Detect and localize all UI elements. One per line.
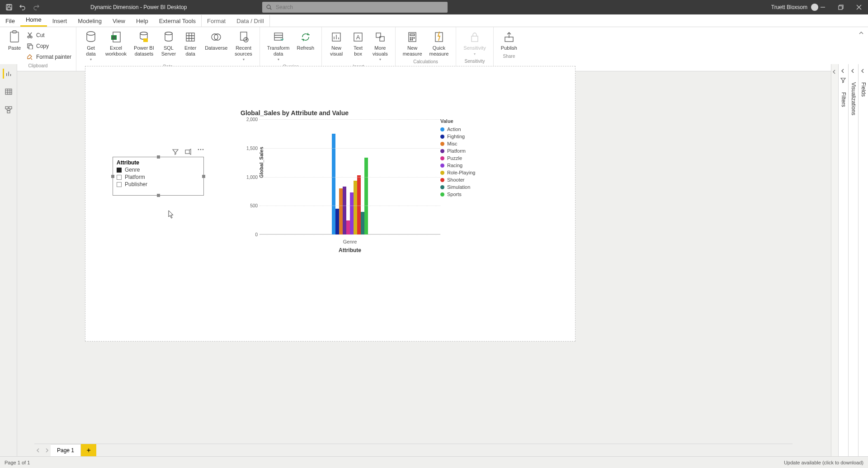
view-switcher (0, 64, 17, 71)
save-icon[interactable] (5, 4, 13, 11)
new-visual-button[interactable]: New visual (326, 29, 346, 57)
paste-icon (7, 30, 22, 44)
paste-button[interactable]: Paste (5, 29, 24, 52)
visualizations-pane[interactable]: Visualizations (848, 64, 858, 71)
svg-rect-18 (186, 33, 194, 41)
copy-icon (26, 42, 33, 50)
svg-point-35 (412, 39, 413, 40)
recent-sources-icon (236, 30, 251, 44)
group-label-share: Share (503, 52, 515, 60)
cut-icon (26, 32, 33, 39)
svg-rect-1 (8, 5, 10, 6)
group-label-sensitivity: Sensitivity (465, 57, 485, 65)
dataverse-icon (209, 30, 223, 44)
tab-format[interactable]: Format (201, 15, 231, 27)
tab-data-drill[interactable]: Data / Drill (231, 15, 270, 27)
new-visual-icon (329, 30, 344, 44)
chevron-left-icon[interactable] (832, 70, 838, 71)
format-painter-icon (26, 53, 33, 61)
svg-point-31 (410, 37, 411, 38)
tab-modeling[interactable]: Modeling (72, 15, 107, 27)
svg-rect-16 (143, 38, 148, 42)
dataverse-button[interactable]: Dataverse (202, 29, 230, 52)
undo-icon[interactable] (19, 4, 26, 11)
collapse-ribbon-icon[interactable] (858, 30, 865, 37)
publish-button[interactable]: Publish (498, 29, 520, 52)
user-label[interactable]: Truett Bloxsom (771, 4, 818, 11)
tab-view[interactable]: View (107, 15, 131, 27)
filters-pane[interactable]: Filters (838, 64, 848, 71)
more-visuals-button[interactable]: More visuals▾ (370, 29, 391, 62)
tab-external-tools[interactable]: External Tools (154, 15, 201, 27)
text-box-icon: A (351, 30, 365, 44)
sql-server-icon (161, 30, 176, 44)
svg-point-33 (414, 37, 415, 38)
search-icon (266, 4, 272, 10)
svg-text:A: A (356, 34, 360, 41)
sql-server-button[interactable]: SQL Server (159, 29, 179, 57)
svg-rect-6 (13, 31, 16, 33)
excel-icon: X (109, 30, 123, 44)
get-data-icon (84, 30, 98, 44)
svg-point-8 (30, 36, 32, 38)
svg-rect-37 (472, 36, 478, 42)
new-measure-icon (405, 30, 420, 44)
sensitivity-button: Sensitivity▾ (461, 29, 489, 57)
chevron-left-icon[interactable] (861, 69, 866, 71)
svg-text:X: X (113, 36, 115, 40)
cut-button[interactable]: Cut (26, 31, 71, 40)
report-canvas[interactable]: Attribute GenrePlatformPublisher Global_… (85, 66, 576, 71)
svg-point-7 (28, 36, 29, 38)
svg-point-20 (214, 34, 221, 40)
svg-rect-10 (29, 45, 33, 49)
fields-pane[interactable]: Fields (858, 64, 868, 71)
svg-point-17 (165, 32, 172, 35)
minimize-button[interactable] (814, 0, 832, 14)
svg-point-15 (140, 32, 147, 35)
search-input[interactable] (276, 4, 444, 10)
svg-point-3 (267, 5, 270, 9)
chevron-left-icon[interactable] (851, 69, 856, 71)
window-title: Dynamic Dimension - Power BI Desktop (90, 4, 187, 10)
svg-rect-5 (10, 32, 19, 42)
quick-measure-button[interactable]: Quick measure (427, 29, 452, 57)
redo-icon[interactable] (33, 4, 40, 11)
svg-point-11 (87, 32, 95, 35)
format-painter-button[interactable]: Format painter (26, 52, 71, 61)
more-visuals-icon (373, 30, 387, 44)
enter-data-icon (183, 30, 198, 44)
tab-home[interactable]: Home (20, 14, 47, 27)
svg-rect-4 (839, 6, 842, 9)
right-panes: Filters Visualizations Fields (831, 64, 868, 71)
copy-button[interactable]: Copy (26, 42, 71, 51)
search-box[interactable] (262, 2, 448, 13)
pbi-datasets-button[interactable]: Power BI datasets (131, 29, 157, 57)
text-box-button[interactable]: AText box (348, 29, 368, 57)
refresh-icon (298, 30, 313, 44)
tab-insert[interactable]: Insert (47, 15, 73, 27)
get-data-button[interactable]: Get data▾ (81, 29, 101, 62)
refresh-button[interactable]: Refresh (294, 29, 317, 52)
quick-measure-icon (432, 30, 446, 44)
report-view-button[interactable] (3, 69, 13, 71)
close-button[interactable] (850, 0, 868, 14)
transform-data-icon (271, 30, 286, 44)
svg-point-19 (212, 34, 218, 40)
svg-point-32 (412, 37, 413, 38)
enter-data-button[interactable]: Enter data (180, 29, 200, 57)
recent-sources-button[interactable]: Recent sources▾ (232, 29, 255, 62)
pbi-datasets-icon (137, 30, 151, 44)
publish-icon (502, 30, 516, 44)
maximize-button[interactable] (832, 0, 850, 14)
svg-point-34 (410, 39, 411, 40)
tab-help[interactable]: Help (131, 15, 154, 27)
transform-data-button[interactable]: Transform data▾ (264, 29, 292, 62)
new-measure-button[interactable]: New measure (400, 29, 425, 57)
titlebar: Dynamic Dimension - Power BI Desktop Tru… (0, 0, 868, 14)
svg-rect-30 (410, 34, 415, 36)
excel-button[interactable]: XExcel workbook (103, 29, 129, 57)
chevron-left-icon[interactable] (841, 69, 846, 71)
ribbon-tabs: File Home Insert Modeling View Help Exte… (0, 14, 868, 27)
sensitivity-icon (467, 30, 482, 44)
tab-file[interactable]: File (0, 15, 20, 27)
